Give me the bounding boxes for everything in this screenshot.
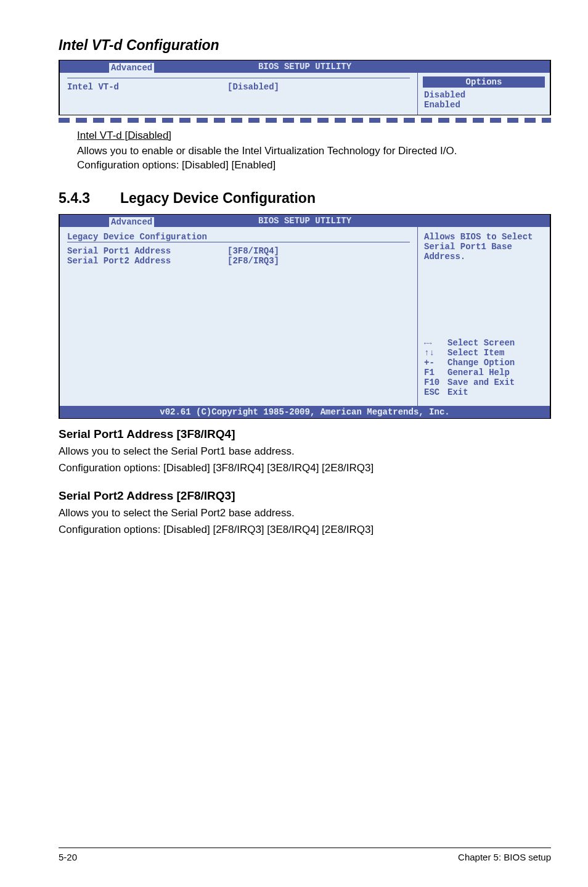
item-label: Serial Port2 Address bbox=[67, 256, 227, 266]
options-header: Options bbox=[423, 76, 545, 88]
bios-item-serial1[interactable]: Serial Port1 Address [3F8/IRQ4] bbox=[67, 246, 410, 256]
item-label: Serial Port1 Address bbox=[67, 246, 227, 256]
bios-title: BIOS SETUP UTILITY bbox=[258, 62, 351, 72]
nav-select-item: Select Item bbox=[447, 348, 504, 358]
bios-right-pane: Options Disabled Enabled bbox=[417, 73, 550, 115]
item-value: [Disabled] bbox=[227, 82, 279, 92]
section-heading-vtd: Intel VT-d Configuration bbox=[59, 37, 551, 54]
nav-help: Select Screen ↑↓Select Item +-Change Opt… bbox=[424, 338, 544, 397]
sub-heading-serial1: Serial Port1 Address [3F8/IRQ4] bbox=[59, 427, 551, 441]
bios-right-pane: Allows BIOS to Select Serial Port1 Base … bbox=[417, 227, 550, 406]
bios-title: BIOS SETUP UTILITY bbox=[258, 216, 351, 226]
vtd-text2: Configuration options: [Disabled] [Enabl… bbox=[77, 159, 551, 173]
option-enabled[interactable]: Enabled bbox=[424, 100, 544, 110]
vtd-underline: Intel VT-d [Disabled] bbox=[77, 129, 551, 143]
esc-key: ESC bbox=[424, 387, 447, 397]
item-value: [3F8/IRQ4] bbox=[227, 246, 279, 256]
page-number: 5-20 bbox=[59, 852, 77, 862]
help-text: Allows BIOS to Select Serial Port1 Base … bbox=[424, 232, 544, 262]
tab-advanced[interactable]: Advanced bbox=[109, 217, 154, 227]
bios-left-pane: Legacy Device Configuration Serial Port1… bbox=[60, 227, 417, 406]
nav-general-help: General Help bbox=[447, 368, 510, 377]
f1-key: F1 bbox=[424, 368, 447, 377]
updown-icon: ↑↓ bbox=[424, 348, 447, 358]
bios-footer: v02.61 (C)Copyright 1985-2009, American … bbox=[60, 406, 550, 418]
section-title: Legacy Device Configuration bbox=[120, 190, 316, 206]
nav-change-option: Change Option bbox=[447, 358, 515, 368]
bios-panel-vtd: BIOS SETUP UTILITY Advanced Intel VT-d [… bbox=[59, 60, 551, 115]
bios-item-serial2[interactable]: Serial Port2 Address [2F8/IRQ3] bbox=[67, 256, 410, 266]
tab-advanced[interactable]: Advanced bbox=[109, 63, 154, 73]
sub-heading-serial2: Serial Port2 Address [2F8/IRQ3] bbox=[59, 489, 551, 503]
bios-panel-legacy: BIOS SETUP UTILITY Advanced Legacy Devic… bbox=[59, 214, 551, 419]
plusminus-icon: +- bbox=[424, 358, 447, 368]
serial1-text1: Allows you to select the Serial Port1 ba… bbox=[59, 445, 551, 459]
bios-header: BIOS SETUP UTILITY Advanced bbox=[60, 60, 550, 73]
section-number: 5.4.3 bbox=[59, 190, 120, 207]
nav-exit: Exit bbox=[447, 387, 468, 397]
pane-heading: Legacy Device Configuration bbox=[67, 232, 410, 242]
serial1-text2: Configuration options: [Disabled] [3F8/I… bbox=[59, 461, 551, 476]
vtd-text1: Allows you to enable or disable the Inte… bbox=[77, 144, 551, 159]
cut-line bbox=[59, 118, 551, 123]
nav-save-exit: Save and Exit bbox=[447, 377, 515, 387]
item-label: Intel VT-d bbox=[67, 82, 227, 92]
vtd-description: Intel VT-d [Disabled] Allows you to enab… bbox=[59, 129, 551, 173]
serial2-text2: Configuration options: [Disabled] [2F8/I… bbox=[59, 523, 551, 537]
page-footer: 5-20 Chapter 5: BIOS setup bbox=[59, 848, 551, 862]
item-value: [2F8/IRQ3] bbox=[227, 256, 279, 266]
nav-select-screen: Select Screen bbox=[447, 338, 515, 348]
arrow-icon bbox=[424, 338, 447, 348]
option-disabled[interactable]: Disabled bbox=[424, 90, 544, 100]
chapter-label: Chapter 5: BIOS setup bbox=[458, 852, 551, 862]
section-heading-legacy: 5.4.3Legacy Device Configuration bbox=[59, 190, 551, 207]
serial2-text1: Allows you to select the Serial Port2 ba… bbox=[59, 506, 551, 521]
bios-header: BIOS SETUP UTILITY Advanced bbox=[60, 215, 550, 227]
bios-item-vtd[interactable]: Intel VT-d [Disabled] bbox=[67, 82, 410, 92]
bios-left-pane: Intel VT-d [Disabled] bbox=[60, 73, 417, 115]
f10-key: F10 bbox=[424, 377, 447, 387]
